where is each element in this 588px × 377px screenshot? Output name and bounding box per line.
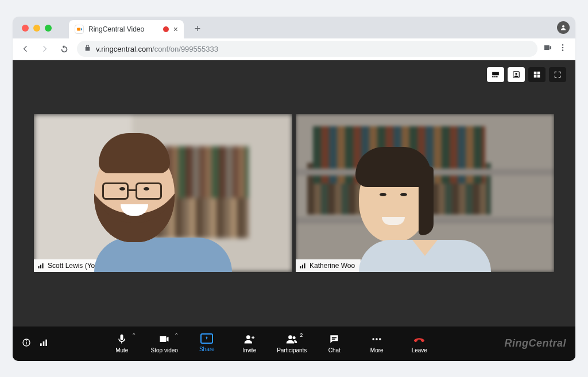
svg-point-34	[379, 338, 381, 340]
browser-menu-button[interactable]	[558, 43, 567, 55]
svg-point-33	[376, 338, 378, 340]
stop-video-button[interactable]: ⌃ Stop video	[149, 333, 180, 353]
chat-icon	[328, 333, 340, 345]
connection-quality-button[interactable]	[39, 338, 48, 349]
browser-tab[interactable]: RingCentral Video ×	[69, 20, 184, 38]
participants-label: Participants	[277, 347, 307, 353]
participant-name: Scott Lewis (You)	[48, 262, 101, 270]
svg-point-28	[288, 335, 292, 339]
forward-button[interactable]	[38, 42, 52, 56]
participant-name: Katherine Woo	[310, 262, 355, 270]
camera-icon[interactable]	[543, 43, 552, 55]
more-button[interactable]: More	[361, 333, 392, 353]
svg-rect-18	[300, 266, 301, 269]
invite-icon	[243, 333, 255, 345]
url-path: /conf/on/999555333	[152, 45, 218, 53]
svg-rect-24	[40, 343, 42, 346]
leave-button[interactable]: Leave	[404, 333, 435, 353]
gallery-view-button[interactable]	[528, 67, 546, 82]
svg-rect-12	[537, 71, 540, 74]
video-camera-icon	[158, 333, 170, 345]
chevron-up-icon[interactable]: ⌃	[131, 332, 136, 339]
share-button[interactable]: Share	[191, 333, 222, 352]
minimize-window-button[interactable]	[33, 25, 40, 32]
main-controls: ⌃ Mute ⌃ Stop video Share In	[106, 333, 435, 353]
video-tile[interactable]: Scott Lewis (You)	[34, 114, 292, 272]
svg-rect-22	[26, 341, 26, 344]
svg-point-1	[562, 25, 564, 28]
video-tile[interactable]: Katherine Woo	[296, 114, 554, 272]
svg-rect-31	[332, 339, 335, 340]
svg-point-3	[562, 47, 564, 49]
tab-strip: RingCentral Video × +	[13, 17, 575, 38]
recording-indicator-icon	[163, 26, 169, 32]
invite-button[interactable]: Invite	[234, 333, 265, 353]
stop-video-label: Stop video	[151, 347, 178, 353]
mute-label: Mute	[115, 347, 128, 353]
svg-rect-6	[492, 76, 493, 77]
svg-point-4	[562, 49, 564, 51]
back-button[interactable]	[18, 42, 32, 56]
participants-icon	[286, 333, 297, 345]
svg-point-29	[293, 336, 296, 339]
svg-rect-5	[492, 72, 499, 75]
close-window-button[interactable]	[22, 25, 29, 32]
svg-rect-19	[302, 265, 303, 269]
new-tab-button[interactable]: +	[189, 21, 206, 37]
filmstrip-view-button[interactable]	[487, 67, 504, 82]
maximize-window-button[interactable]	[45, 25, 52, 32]
svg-rect-7	[494, 76, 496, 77]
close-tab-button[interactable]: ×	[173, 25, 178, 33]
mute-button[interactable]: ⌃ Mute	[106, 333, 137, 353]
svg-point-32	[373, 338, 375, 340]
chevron-up-icon[interactable]: ⌃	[174, 332, 179, 339]
share-screen-icon	[200, 333, 213, 344]
signal-icon	[37, 262, 44, 269]
speaker-view-button[interactable]	[508, 67, 525, 82]
more-label: More	[370, 347, 384, 353]
browser-toolbar: v.ringcentral.com/conf/on/999555333	[13, 38, 575, 60]
svg-rect-16	[40, 265, 41, 269]
brand-logo: RingCentral	[505, 337, 567, 349]
browser-window: RingCentral Video × + v.ringcentral.com/…	[13, 17, 575, 361]
hangup-icon	[413, 333, 425, 345]
address-bar[interactable]: v.ringcentral.com/conf/on/999555333	[77, 41, 537, 57]
video-grid: Scott Lewis (You)	[13, 60, 575, 327]
reload-button[interactable]	[57, 42, 71, 56]
microphone-icon	[116, 333, 127, 345]
url-host: v.ringcentral.com	[96, 45, 152, 53]
svg-rect-26	[45, 339, 47, 345]
chat-button[interactable]: Chat	[319, 333, 350, 353]
svg-rect-8	[496, 76, 497, 77]
fullscreen-button[interactable]	[549, 67, 566, 82]
svg-rect-20	[304, 263, 305, 269]
svg-rect-14	[537, 75, 540, 77]
svg-rect-13	[534, 75, 537, 77]
info-button[interactable]	[22, 338, 31, 349]
url-text: v.ringcentral.com/conf/on/999555333	[96, 45, 218, 53]
account-badge[interactable]	[557, 21, 570, 34]
participant-label: Katherine Woo	[296, 259, 361, 272]
more-icon	[371, 333, 382, 345]
video-app: Scott Lewis (You)	[13, 60, 575, 361]
lock-icon	[84, 44, 91, 53]
toolbar-right	[543, 43, 570, 55]
svg-rect-15	[38, 266, 40, 269]
svg-point-10	[515, 73, 517, 75]
svg-rect-23	[26, 340, 26, 341]
svg-rect-0	[77, 28, 80, 30]
svg-point-27	[246, 335, 250, 339]
svg-rect-30	[332, 337, 336, 339]
tab-favicon-icon	[75, 25, 84, 34]
chat-label: Chat	[328, 347, 341, 353]
svg-rect-11	[534, 71, 537, 74]
tab-title: RingCentral Video	[88, 25, 144, 33]
window-controls	[22, 25, 52, 32]
control-bar: ⌃ Mute ⌃ Stop video Share In	[13, 327, 575, 361]
view-controls	[487, 67, 566, 82]
participants-button[interactable]: 2 Participants	[276, 333, 307, 353]
svg-rect-25	[43, 341, 45, 346]
invite-label: Invite	[242, 347, 256, 353]
leave-label: Leave	[412, 347, 427, 353]
svg-rect-17	[42, 263, 44, 269]
